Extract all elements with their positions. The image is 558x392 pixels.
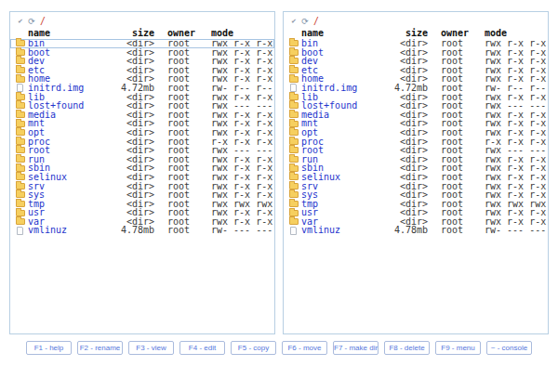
current-path-link[interactable]: / [40, 17, 46, 26]
file-row[interactable]: vmlinuz4.78mbrootrw- --- --- [284, 226, 548, 235]
file-name-link[interactable]: vmlinuz [28, 226, 108, 235]
file-icon-cell [16, 75, 28, 84]
folder-icon [16, 111, 25, 118]
column-header-name[interactable]: name [301, 28, 381, 38]
file-icon-cell [16, 155, 28, 163]
file-icon-cell [16, 111, 28, 119]
folder-icon [289, 174, 299, 180]
column-header-mode[interactable]: mode [485, 28, 546, 38]
folder-icon [16, 138, 25, 145]
file-icon-cell [289, 66, 301, 74]
button-view[interactable]: F3 - view [128, 341, 174, 355]
file-icon-cell [289, 128, 301, 137]
folder-icon [289, 111, 299, 118]
folder-icon [16, 147, 25, 153]
file-list: bin<dir>rootrwx r-x r-xboot<dir>rootrwx … [284, 39, 548, 235]
folder-icon [289, 191, 299, 198]
folder-icon [289, 121, 299, 127]
file-icon [17, 227, 23, 235]
folder-icon [16, 49, 25, 56]
check-icon[interactable]: ✔ [289, 17, 299, 26]
file-icon-cell [289, 75, 301, 84]
file-name-link[interactable]: vmlinuz [301, 226, 381, 235]
file-icon-cell [289, 200, 301, 208]
folder-icon [289, 147, 299, 153]
folder-icon [16, 210, 25, 216]
file-icon-cell [16, 39, 28, 47]
folder-icon [289, 183, 299, 189]
dual-pane-container: ✔ ⟳ / name size owner mode bin<dir>rootr… [9, 11, 549, 334]
column-header-mode[interactable]: mode [211, 28, 272, 38]
file-icon-cell [16, 217, 28, 226]
folder-icon [16, 58, 25, 64]
file-icon-cell [289, 155, 301, 163]
folder-icon [16, 94, 25, 100]
file-icon [290, 227, 297, 235]
file-icon-cell [16, 66, 28, 74]
column-header-row: name size owner mode [10, 28, 274, 38]
button-edit[interactable]: F4 - edit [179, 341, 225, 355]
refresh-icon[interactable]: ⟳ [27, 17, 36, 26]
file-icon-cell [16, 128, 28, 137]
button-rename[interactable]: F2 - rename [77, 341, 123, 355]
folder-icon [16, 67, 25, 73]
folder-icon [16, 76, 25, 83]
button-copy[interactable]: F5 - copy [231, 341, 276, 355]
button-delete[interactable]: F8 - delete [384, 341, 430, 355]
folder-icon [16, 174, 25, 180]
folder-icon [16, 218, 25, 225]
file-size: 4.78mb [108, 226, 154, 235]
file-icon [17, 84, 23, 92]
folder-icon [289, 138, 299, 145]
button-make-dir[interactable]: F7 - make dir [333, 341, 379, 355]
folder-icon [16, 201, 25, 207]
folder-icon [289, 165, 299, 172]
folder-icon [16, 191, 25, 198]
current-path-link[interactable]: / [313, 17, 319, 26]
refresh-icon[interactable]: ⟳ [300, 17, 310, 26]
folder-icon [289, 58, 299, 64]
file-row[interactable]: vmlinuz4.78mbrootrw- --- --- [10, 226, 274, 235]
file-icon-cell [289, 84, 301, 92]
button-move[interactable]: F6 - move [282, 341, 327, 355]
button-menu[interactable]: F9 - menu [435, 341, 481, 355]
column-header-name[interactable]: name [28, 28, 108, 38]
column-header-owner[interactable]: owner [167, 28, 211, 38]
right-panel: ✔ ⟳ / name size owner mode bin<dir>rootr… [283, 11, 549, 334]
file-list: bin<dir>rootrwx r-x r-xboot<dir>rootrwx … [10, 39, 274, 235]
folder-icon [16, 183, 25, 189]
file-owner: root [441, 226, 485, 235]
file-icon-cell [289, 173, 301, 181]
folder-icon [16, 129, 25, 136]
folder-icon [289, 67, 299, 73]
folder-icon [289, 129, 299, 136]
folder-icon [16, 102, 25, 109]
column-header-size[interactable]: size [381, 28, 428, 38]
folder-icon [289, 156, 299, 163]
file-icon-cell [16, 173, 28, 181]
button-console[interactable]: ~ - console [486, 341, 532, 355]
folder-icon [289, 218, 299, 225]
file-icon [290, 84, 297, 92]
folder-icon [289, 76, 299, 83]
check-icon[interactable]: ✔ [16, 17, 25, 26]
file-icon-cell [289, 111, 301, 119]
folder-icon [16, 121, 25, 127]
file-icon-cell [289, 217, 301, 226]
file-size: 4.78mb [381, 226, 428, 235]
file-icon-cell [16, 227, 28, 235]
folder-icon [289, 210, 299, 216]
column-header-owner[interactable]: owner [441, 28, 485, 38]
button-help[interactable]: F1 - help [26, 341, 72, 355]
file-owner: root [167, 226, 211, 235]
file-icon-cell [289, 227, 301, 235]
file-mode: rw- --- --- [485, 226, 546, 235]
folder-icon [289, 201, 299, 207]
right-panel-toolbar: ✔ ⟳ / [284, 16, 548, 28]
folder-icon [16, 165, 25, 172]
file-icon-cell [16, 200, 28, 208]
file-mode: rw- --- --- [211, 226, 272, 235]
folder-icon [289, 94, 299, 100]
file-icon-cell [289, 39, 301, 47]
column-header-size[interactable]: size [108, 28, 154, 38]
